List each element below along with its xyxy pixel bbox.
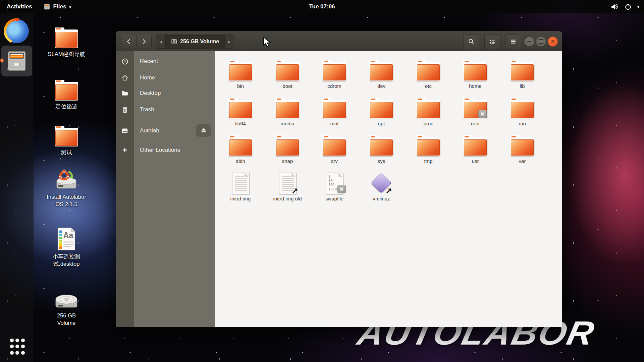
file-label: etc xyxy=(425,83,432,89)
file-item[interactable]: etc xyxy=(405,60,452,98)
power-icon xyxy=(625,3,632,10)
search-icon xyxy=(468,38,475,45)
file-item[interactable]: usr xyxy=(452,135,499,173)
file-item[interactable]: media xyxy=(264,98,311,135)
system-status-area[interactable]: ▾ xyxy=(611,0,639,13)
file-icon xyxy=(415,98,442,119)
file-label: initrd.img xyxy=(230,196,251,202)
file-item[interactable]: boot xyxy=(264,60,311,98)
file-icon xyxy=(321,60,348,81)
location-tab-256gb-volume[interactable]: 256 GB Volume xyxy=(165,35,225,48)
files-window: ◂ 256 GB Volume ▸ xyxy=(116,31,562,327)
app-menu-label: Files xyxy=(53,3,66,10)
recent-clock-icon xyxy=(116,58,134,65)
file-icon xyxy=(321,98,348,119)
eject-icon xyxy=(200,127,207,133)
file-label: opt xyxy=(378,121,385,127)
installer-disk-icon xyxy=(54,169,79,191)
path-prev-icon[interactable]: ◂ xyxy=(156,35,165,48)
volume-drive-icon xyxy=(171,39,177,45)
file-grid: bin boot xyxy=(217,60,546,210)
file-label: media xyxy=(281,121,294,127)
file-item[interactable]: × root xyxy=(452,98,499,135)
desktop-icon-ceshi[interactable]: 测试 xyxy=(41,126,92,156)
desktop-icon-remote-test[interactable]: Aa 小车遥控测试.desktop xyxy=(41,227,92,268)
file-item[interactable]: var xyxy=(499,135,546,173)
folder-icon xyxy=(54,27,79,48)
desktop-icon-label: 定位循迹 xyxy=(55,103,77,110)
sidebar: Recent Home Desktop Trash xyxy=(116,51,215,327)
file-label: vmlinuz xyxy=(373,196,390,202)
file-item[interactable]: dev xyxy=(358,60,405,98)
sidebar-item-desktop[interactable]: Desktop xyxy=(116,87,215,99)
location-tab-label: 256 GB Volume xyxy=(180,39,219,45)
file-label: srv xyxy=(331,158,338,165)
file-item[interactable]: home xyxy=(452,60,499,98)
search-button[interactable] xyxy=(463,34,479,49)
file-label: sys xyxy=(378,158,385,165)
emblem-icon: × xyxy=(337,185,346,193)
file-item[interactable]: mnt xyxy=(311,98,358,135)
file-item[interactable]: sys xyxy=(358,135,405,173)
file-item[interactable]: srv xyxy=(311,135,358,173)
file-label: proc xyxy=(423,121,433,127)
file-icon xyxy=(274,98,301,119)
file-label: initrd.img.old xyxy=(273,196,302,202)
desktop-icon-dingweixunji[interactable]: 定位循迹 xyxy=(41,80,92,110)
file-item[interactable]: initrd.img xyxy=(217,173,264,210)
close-button[interactable]: × xyxy=(548,37,558,47)
clock[interactable]: Tue 07:06 xyxy=(0,0,644,13)
desktop-icon-slam[interactable]: SLAM建图导航 xyxy=(41,27,92,58)
dock-item-firefox[interactable] xyxy=(4,18,30,44)
file-item[interactable]: proc xyxy=(405,98,452,135)
file-item[interactable]: snap xyxy=(264,135,311,173)
headerbar[interactable]: ◂ 256 GB Volume ▸ xyxy=(116,31,562,52)
sidebar-item-other-locations[interactable]: + Other Locations xyxy=(116,144,215,156)
dock-item-files[interactable] xyxy=(1,46,32,76)
file-item[interactable]: bin xyxy=(217,60,264,98)
file-item[interactable]: cdrom xyxy=(311,60,358,98)
desktop-icon-256gb-volume[interactable]: 256 GB Volume xyxy=(41,290,92,327)
file-item[interactable]: ↗ vmlinuz xyxy=(358,173,405,210)
folder-icon xyxy=(116,90,134,97)
file-label: bin xyxy=(237,83,244,89)
close-icon: × xyxy=(551,38,555,45)
emblem-icon: ↗ xyxy=(385,187,392,195)
sidebar-item-recent[interactable]: Recent xyxy=(116,55,215,67)
file-icon xyxy=(509,98,536,119)
file-icon: × xyxy=(462,98,489,119)
file-item[interactable]: sbin xyxy=(217,135,264,173)
file-icon xyxy=(415,135,442,157)
menu-button[interactable] xyxy=(505,34,521,49)
sidebar-item-home[interactable]: Home xyxy=(116,72,215,84)
file-item[interactable]: lib xyxy=(499,60,546,98)
list-view-toggle-button[interactable] xyxy=(484,34,500,49)
desktop-icon-label: SLAM建图导航 xyxy=(48,51,85,58)
plus-icon: + xyxy=(116,146,134,154)
minimize-button[interactable] xyxy=(524,37,534,47)
path-bar: ◂ 256 GB Volume ▸ xyxy=(156,35,234,49)
sidebar-item-label: Recent xyxy=(140,58,158,65)
app-menu-button[interactable]: Files ▾ xyxy=(39,0,76,13)
show-applications-button[interactable] xyxy=(9,337,26,356)
drive-icon xyxy=(116,127,134,134)
desktop-icon-label: 测试 xyxy=(61,149,72,156)
path-next-icon[interactable]: ▸ xyxy=(225,35,234,48)
activities-button[interactable]: Activities xyxy=(0,0,39,13)
back-button[interactable] xyxy=(121,35,136,48)
file-item[interactable]: opt xyxy=(358,98,405,135)
file-view[interactable]: bin boot xyxy=(215,51,562,327)
file-item[interactable]: lib64 xyxy=(217,98,264,135)
file-icon xyxy=(227,98,254,119)
file-item[interactable]: ↗ initrd.img.old xyxy=(264,173,311,210)
forward-button[interactable] xyxy=(136,35,151,48)
desktop-icon-label: 小车遥控测试.desktop xyxy=(43,253,90,268)
folder-icon xyxy=(54,126,79,146)
eject-button[interactable] xyxy=(196,124,211,137)
maximize-button[interactable] xyxy=(536,37,546,47)
file-item[interactable]: tmp xyxy=(405,135,452,173)
sidebar-item-trash[interactable]: Trash xyxy=(116,104,215,116)
file-item[interactable]: 1 10 101 1010 × swapfile xyxy=(311,173,358,210)
desktop-icon-install-autolabor[interactable]: Install Autolabor OS 2.1.5 xyxy=(41,169,92,208)
file-item[interactable]: run xyxy=(499,98,546,135)
